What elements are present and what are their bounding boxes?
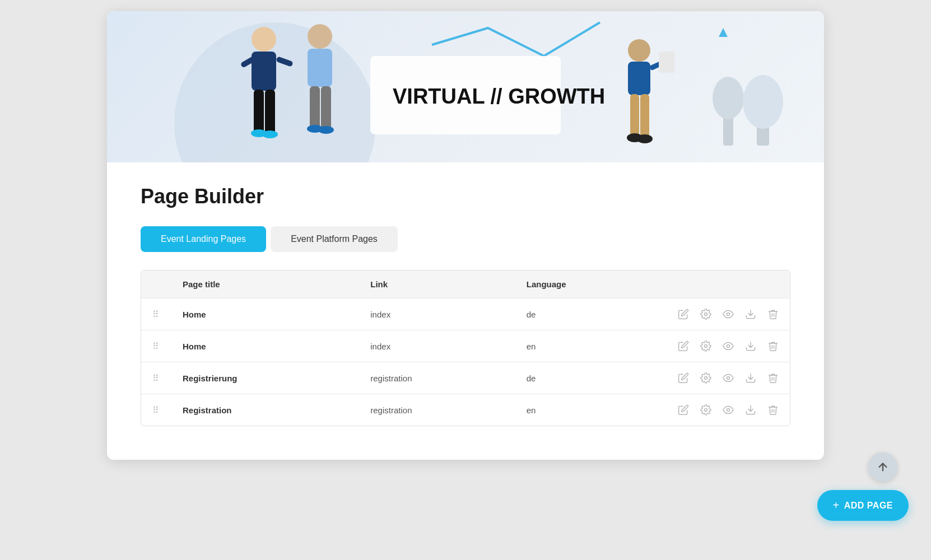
main-content: Page Builder Event Landing Pages Event P… xyxy=(107,162,824,460)
row-actions xyxy=(678,404,779,416)
table-row: ⠿ Home index en xyxy=(141,330,790,362)
actions-cell xyxy=(667,298,790,330)
drag-handle[interactable]: ⠿ xyxy=(152,374,160,383)
page-language-cell: en xyxy=(515,330,667,362)
row-actions xyxy=(678,340,779,352)
page-title: Page Builder xyxy=(141,185,790,208)
drag-handle[interactable]: ⠿ xyxy=(152,342,160,351)
tab-event-platform-pages[interactable]: Event Platform Pages xyxy=(271,226,398,252)
drag-handle-cell: ⠿ xyxy=(141,394,171,426)
row-actions xyxy=(678,309,779,320)
svg-point-5 xyxy=(743,75,783,129)
banner-illustration: VIRTUAL // GROWTH xyxy=(107,11,824,162)
download-icon[interactable] xyxy=(745,372,756,384)
svg-text:VIRTUAL // GROWTH: VIRTUAL // GROWTH xyxy=(393,85,605,108)
settings-icon[interactable] xyxy=(700,309,711,320)
svg-point-37 xyxy=(727,377,730,380)
banner: VIRTUAL // GROWTH xyxy=(107,11,824,162)
edit-icon[interactable] xyxy=(678,372,689,384)
page-language-cell: de xyxy=(515,362,667,394)
scroll-up-button[interactable] xyxy=(868,452,897,482)
svg-rect-14 xyxy=(310,86,320,130)
svg-marker-1 xyxy=(719,28,728,37)
table-row: ⠿ Registration registration en xyxy=(141,394,790,426)
tabs-container: Event Landing Pages Event Platform Pages xyxy=(141,226,790,252)
col-actions-header xyxy=(667,270,790,298)
preview-icon[interactable] xyxy=(723,404,734,416)
svg-point-40 xyxy=(727,409,730,412)
svg-rect-29 xyxy=(659,52,674,73)
edit-icon[interactable] xyxy=(678,340,689,352)
svg-point-39 xyxy=(705,409,707,412)
page-link-cell: registration xyxy=(359,362,515,394)
svg-point-6 xyxy=(252,27,276,52)
svg-point-11 xyxy=(262,130,278,138)
page-title-cell: Home xyxy=(171,298,359,330)
tab-event-landing-pages[interactable]: Event Landing Pages xyxy=(141,226,266,252)
settings-icon[interactable] xyxy=(700,404,711,416)
page-language-cell: en xyxy=(515,394,667,426)
svg-rect-8 xyxy=(254,90,264,134)
page-title-cell: Registrierung xyxy=(171,362,359,394)
actions-cell xyxy=(667,394,790,426)
edit-icon[interactable] xyxy=(678,309,689,320)
preview-icon[interactable] xyxy=(723,309,734,320)
arrow-up-icon xyxy=(877,461,889,473)
page-link-cell: registration xyxy=(359,394,515,426)
svg-point-34 xyxy=(727,345,730,348)
col-language-header: Language xyxy=(515,270,667,298)
svg-rect-9 xyxy=(265,90,275,134)
svg-point-27 xyxy=(637,134,653,143)
settings-icon[interactable] xyxy=(700,372,711,384)
actions-cell xyxy=(667,362,790,394)
add-page-button[interactable]: + ADD PAGE xyxy=(817,490,909,521)
svg-point-30 xyxy=(705,313,707,316)
add-page-icon: + xyxy=(833,499,840,512)
row-actions xyxy=(678,372,779,384)
drag-handle-cell: ⠿ xyxy=(141,298,171,330)
col-title-header: Page title xyxy=(171,270,359,298)
svg-point-12 xyxy=(308,24,332,49)
svg-point-36 xyxy=(705,377,707,380)
svg-point-22 xyxy=(628,39,650,62)
svg-point-17 xyxy=(318,126,334,134)
svg-rect-13 xyxy=(308,49,332,87)
page-title-cell: Home xyxy=(171,330,359,362)
page-link-cell: index xyxy=(359,330,515,362)
svg-point-33 xyxy=(705,345,707,348)
drag-handle-cell: ⠿ xyxy=(141,362,171,394)
page-link-cell: index xyxy=(359,298,515,330)
table-header-row: Page title Link Language xyxy=(141,270,790,298)
svg-point-3 xyxy=(713,77,744,119)
edit-icon[interactable] xyxy=(678,404,689,416)
drag-handle-cell: ⠿ xyxy=(141,330,171,362)
page-title-cell: Registration xyxy=(171,394,359,426)
page-language-cell: de xyxy=(515,298,667,330)
svg-rect-25 xyxy=(640,94,649,139)
svg-rect-24 xyxy=(630,94,639,139)
preview-icon[interactable] xyxy=(723,372,734,384)
actions-cell xyxy=(667,330,790,362)
col-link-header: Link xyxy=(359,270,515,298)
download-icon[interactable] xyxy=(745,309,756,320)
table-row: ⠿ Registrierung registration de xyxy=(141,362,790,394)
svg-rect-23 xyxy=(628,62,650,95)
table-row: ⠿ Home index de xyxy=(141,298,790,330)
pages-table: Page title Link Language ⠿ Home index de xyxy=(141,270,790,426)
preview-icon[interactable] xyxy=(723,340,734,352)
settings-icon[interactable] xyxy=(700,340,711,352)
delete-icon[interactable] xyxy=(767,340,779,352)
delete-icon[interactable] xyxy=(767,372,779,384)
delete-icon[interactable] xyxy=(767,404,779,416)
delete-icon[interactable] xyxy=(767,309,779,320)
add-page-label: ADD PAGE xyxy=(844,501,893,511)
download-icon[interactable] xyxy=(745,404,756,416)
svg-rect-15 xyxy=(321,86,331,130)
col-drag xyxy=(141,270,171,298)
main-container: VIRTUAL // GROWTH Page Builder Event Lan… xyxy=(107,11,824,460)
drag-handle[interactable]: ⠿ xyxy=(152,405,160,415)
download-icon[interactable] xyxy=(745,340,756,352)
svg-point-31 xyxy=(727,313,730,316)
drag-handle[interactable]: ⠿ xyxy=(152,310,160,319)
